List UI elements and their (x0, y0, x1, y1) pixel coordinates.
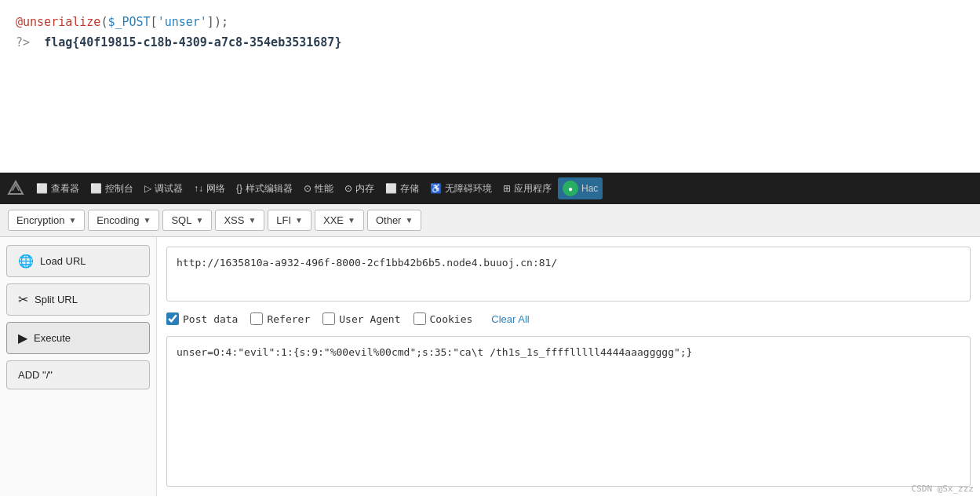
cookies-checkbox-label[interactable]: Cookies (413, 312, 473, 325)
user-agent-label: User Agent (339, 313, 400, 325)
inspector-label: 查看器 (51, 182, 79, 196)
code-line-1: @unserialize($_POST['unser']); (16, 13, 964, 33)
devtools-tab-console[interactable]: ⬜ 控制台 (86, 179, 138, 199)
storage-icon: ⬜ (385, 183, 397, 194)
post-data-label: Post data (183, 313, 238, 325)
devtools-tab-memory[interactable]: ⊙ 内存 (340, 179, 379, 199)
post-data-checkbox[interactable] (166, 312, 179, 325)
referer-checkbox[interactable] (250, 312, 263, 325)
network-icon: ↑↓ (194, 183, 203, 194)
devtools-tab-debugger[interactable]: ▷ 调试器 (140, 179, 188, 199)
code-display: @unserialize($_POST['unser']); ?> flag{4… (0, 0, 980, 173)
split-url-label: Split URL (35, 294, 78, 305)
devtools-tab-inspector[interactable]: ⬜ 查看器 (31, 179, 84, 199)
sql-dropdown[interactable]: SQL ▼ (162, 210, 212, 231)
console-icon: ⬜ (90, 183, 102, 194)
referer-label: Referer (267, 313, 310, 325)
devtools-tab-hack[interactable]: ● Hac (558, 177, 603, 199)
console-label: 控制台 (105, 182, 133, 196)
encoding-dropdown[interactable]: Encoding ▼ (88, 210, 159, 231)
xss-chevron-icon: ▼ (248, 216, 256, 225)
other-dropdown[interactable]: Other ▼ (367, 210, 421, 231)
encryption-dropdown[interactable]: Encryption ▼ (8, 210, 85, 231)
url-value: http://1635810a-a932-496f-8000-2cf1bb42b… (177, 257, 557, 269)
add-slash-label: ADD "/" (18, 369, 53, 381)
post-data-checkbox-label[interactable]: Post data (166, 312, 238, 325)
clear-all-button[interactable]: Clear All (491, 313, 529, 325)
split-url-button[interactable]: ✂ Split URL (6, 283, 150, 316)
code-bracket-close: ] (207, 15, 214, 29)
split-url-icon: ✂ (18, 292, 28, 307)
cookies-label: Cookies (430, 313, 473, 325)
code-line-2: ?> flag{40f19815-c18b-4309-a7c8-354eb353… (16, 33, 964, 53)
memory-icon: ⊙ (344, 183, 352, 194)
cookies-checkbox[interactable] (413, 312, 426, 325)
php-close-tag: ?> (16, 35, 30, 49)
accessibility-label: 无障碍环境 (445, 182, 492, 196)
other-chevron-icon: ▼ (405, 216, 413, 225)
sql-chevron-icon: ▼ (195, 216, 203, 225)
other-label: Other (376, 214, 402, 226)
load-url-button[interactable]: 🌐 Load URL (6, 245, 150, 277)
encryption-label: Encryption (16, 214, 64, 226)
referer-checkbox-label[interactable]: Referer (250, 312, 310, 325)
execute-icon: ▶ (18, 331, 27, 345)
hacktool-toolbar: Encryption ▼ Encoding ▼ SQL ▼ XSS ▼ LFI … (0, 204, 980, 237)
encryption-chevron-icon: ▼ (68, 216, 76, 225)
xss-dropdown[interactable]: XSS ▼ (215, 210, 264, 231)
devtools-tab-network[interactable]: ↑↓ 网络 (189, 179, 230, 199)
devtools-toolbar: ⬜ 查看器 ⬜ 控制台 ▷ 调试器 ↑↓ 网络 {} 样式编辑器 ⊙ 性能 ⊙ … (0, 173, 980, 204)
network-label: 网络 (206, 182, 225, 196)
user-agent-checkbox[interactable] (322, 312, 335, 325)
add-slash-button[interactable]: ADD "/" (6, 360, 150, 389)
xxe-label: XXE (323, 214, 344, 226)
devtools-tab-performance[interactable]: ⊙ 性能 (299, 179, 338, 199)
devtools-tab-style-editor[interactable]: {} 样式编辑器 (231, 179, 297, 199)
xxe-dropdown[interactable]: XXE ▼ (315, 210, 364, 231)
debugger-icon: ▷ (144, 183, 151, 194)
memory-label: 内存 (355, 182, 374, 196)
encoding-label: Encoding (97, 214, 139, 226)
checkbox-row: Post data Referer User Agent Cookies Cle… (166, 309, 971, 328)
post-data-input[interactable]: unser=O:4:"evil":1:{s:9:"%00evil%00cmd";… (166, 336, 971, 487)
main-content: 🌐 Load URL ✂ Split URL ▶ Execute ADD "/"… (0, 237, 980, 496)
watermark-text: CSDN @Sx_zzz (912, 484, 974, 494)
execute-button[interactable]: ▶ Execute (6, 322, 150, 354)
lfi-label: LFI (276, 214, 291, 226)
lfi-dropdown[interactable]: LFI ▼ (268, 210, 311, 231)
hack-icon: ● (563, 181, 578, 196)
right-panel: http://1635810a-a932-496f-8000-2cf1bb42b… (157, 237, 980, 496)
application-label: 应用程序 (514, 182, 552, 196)
flag-value: flag{40f19815-c18b-4309-a7c8-354eb353168… (44, 35, 341, 49)
storage-label: 存储 (400, 182, 419, 196)
load-url-icon: 🌐 (18, 254, 34, 269)
watermark: CSDN @Sx_zzz (912, 484, 974, 494)
lfi-chevron-icon: ▼ (295, 216, 303, 225)
user-agent-checkbox-label[interactable]: User Agent (322, 312, 400, 325)
performance-label: 性能 (315, 182, 333, 196)
style-editor-label: 样式编辑器 (246, 182, 293, 196)
code-close: ); (214, 15, 228, 29)
performance-icon: ⊙ (304, 183, 311, 194)
sql-label: SQL (171, 214, 191, 226)
xss-label: XSS (224, 214, 244, 226)
style-editor-icon: {} (236, 183, 242, 194)
code-func: @unserialize (16, 15, 100, 29)
code-str: 'unser' (158, 15, 207, 29)
encoding-chevron-icon: ▼ (144, 216, 151, 225)
sidebar: 🌐 Load URL ✂ Split URL ▶ Execute ADD "/" (0, 237, 157, 496)
post-data-value: unser=O:4:"evil":1:{s:9:"%00evil%00cmd";… (177, 346, 692, 358)
code-bracket-open: [ (151, 15, 158, 29)
code-var: $_POST (107, 15, 150, 29)
application-icon: ⊞ (503, 183, 511, 194)
devtools-tab-application[interactable]: ⊞ 应用程序 (498, 179, 556, 199)
devtools-tab-accessibility[interactable]: ♿ 无障碍环境 (425, 179, 497, 199)
inspector-icon: ⬜ (36, 183, 48, 194)
hack-label: Hac (581, 183, 598, 194)
xxe-chevron-icon: ▼ (348, 216, 355, 225)
devtools-tab-storage[interactable]: ⬜ 存储 (381, 179, 424, 199)
accessibility-icon: ♿ (430, 183, 442, 194)
execute-label: Execute (34, 332, 71, 344)
devtools-logo (5, 177, 27, 199)
url-input[interactable]: http://1635810a-a932-496f-8000-2cf1bb42b… (166, 247, 971, 301)
